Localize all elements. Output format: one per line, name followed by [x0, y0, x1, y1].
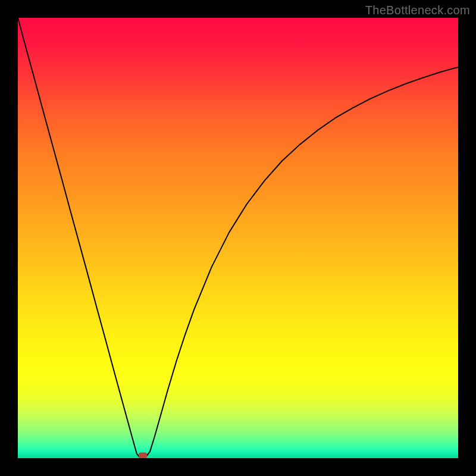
chart-frame: TheBottleneck.com — [0, 0, 476, 476]
bottleneck-curve — [18, 18, 458, 458]
chart-svg-layer — [18, 18, 458, 458]
minimum-marker — [139, 453, 147, 458]
watermark-text: TheBottleneck.com — [365, 4, 470, 17]
